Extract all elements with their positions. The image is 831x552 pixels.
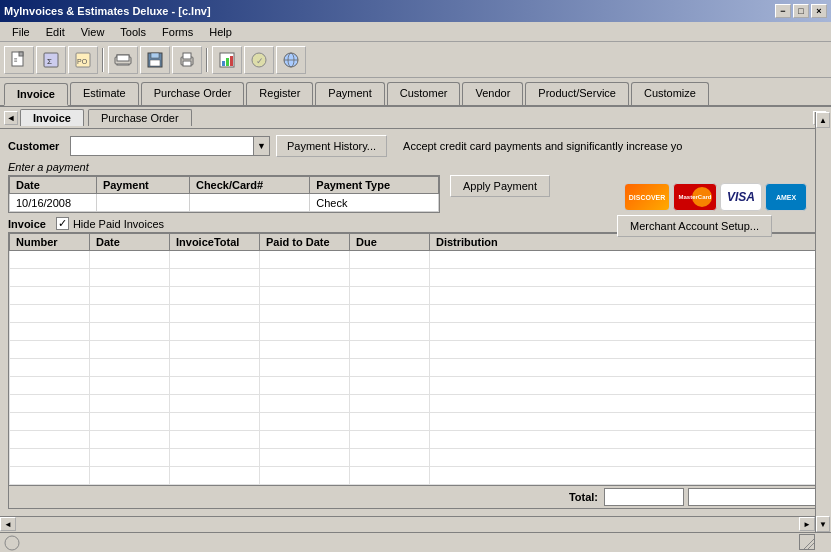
toolbar-calc-btn[interactable]: Σ [36,46,66,74]
col-invoice-total: InvoiceTotal [170,234,260,251]
payment-amount-cell[interactable] [96,194,189,212]
invoice-empty-row-2 [10,269,822,287]
col-number: Number [10,234,90,251]
svg-text:≡: ≡ [14,57,18,63]
svg-rect-19 [230,56,233,66]
enter-payment-label: Enter a payment [8,161,823,173]
col-inv-date: Date [90,234,170,251]
invoice-empty-row-6 [10,341,822,359]
tab-estimate[interactable]: Estimate [70,82,139,105]
hide-paid-label[interactable]: ✓ Hide Paid Invoices [56,217,164,230]
window-controls: − □ × [775,4,827,18]
mastercard-logo: MasterCard [673,183,717,211]
invoice-empty-row-7 [10,359,822,377]
total-value-input[interactable] [604,488,684,506]
payment-row: 10/16/2008 Check [10,194,439,212]
invoice-empty-row-11 [10,431,822,449]
sub-tab-purchase-order[interactable]: Purchase Order [88,109,192,126]
sub-tab-invoice[interactable]: Invoice [20,109,84,126]
invoice-empty-row-10 [10,413,822,431]
toolbar-save-btn[interactable] [140,46,170,74]
vertical-scrollbar[interactable]: ▲ ▼ [815,112,831,532]
payment-history-button[interactable]: Payment History... [276,135,387,157]
col-payment: Payment [96,177,189,194]
sub-tab-prev-arrow[interactable]: ◄ [4,111,18,125]
svg-rect-14 [183,53,191,59]
toolbar-new-btn[interactable]: ≡ [4,46,34,74]
toolbar: ≡ Σ PO ✓ [0,42,831,78]
total-label: Total: [9,491,604,503]
menu-edit[interactable]: Edit [38,24,73,40]
payment-type-cell: Check [310,194,439,212]
horizontal-scrollbar[interactable]: ◄ ► [0,516,815,532]
payment-check-cell[interactable] [189,194,309,212]
merchant-account-setup-button[interactable]: Merchant Account Setup... [617,215,772,237]
scroll-down-arrow[interactable]: ▼ [816,516,830,532]
tab-vendor[interactable]: Vendor [462,82,523,105]
toolbar-chart-btn[interactable] [212,46,242,74]
maximize-button[interactable]: □ [793,4,809,18]
invoice-empty-row-8 [10,377,822,395]
scroll-left-arrow[interactable]: ◄ [0,517,16,531]
tab-customer[interactable]: Customer [387,82,461,105]
close-button[interactable]: × [811,4,827,18]
col-due: Due [350,234,430,251]
discover-logo: DISCOVER [624,183,670,211]
h-scroll-track[interactable] [16,517,799,532]
visa-logo: VISA [720,183,762,211]
invoice-empty-row-3 [10,287,822,305]
col-payment-type: Payment Type [310,177,439,194]
minimize-button[interactable]: − [775,4,791,18]
svg-rect-18 [226,58,229,66]
svg-text:✓: ✓ [256,56,264,66]
menu-tools[interactable]: Tools [112,24,154,40]
toolbar-lightning-btn[interactable]: ✓ [244,46,274,74]
visa-text: VISA [727,190,755,204]
status-icon [4,535,20,551]
total-distribution-input[interactable] [688,488,818,506]
main-tabs: Invoice Estimate Purchase Order Register… [0,78,831,107]
apply-payment-button[interactable]: Apply Payment [450,175,550,197]
scroll-track[interactable] [816,128,831,516]
hide-paid-checkbox[interactable]: ✓ [56,217,69,230]
toolbar-po-btn[interactable]: PO [68,46,98,74]
resize-handle [799,534,815,550]
customer-dropdown-arrow[interactable]: ▼ [253,137,269,155]
tab-customize[interactable]: Customize [631,82,709,105]
app-title: MyInvoices & Estimates Deluxe - [c.Inv] [4,5,211,17]
invoice-empty-row-1 [10,251,822,269]
tab-payment[interactable]: Payment [315,82,384,105]
scroll-right-arrow[interactable]: ► [799,517,815,531]
tab-product-service[interactable]: Product/Service [525,82,629,105]
scroll-up-arrow[interactable]: ▲ [816,112,830,128]
menu-view[interactable]: View [73,24,113,40]
svg-rect-15 [183,61,191,66]
invoice-table: Number Date InvoiceTotal Paid to Date Du… [8,232,823,486]
menu-forms[interactable]: Forms [154,24,201,40]
invoice-section: Invoice ✓ Hide Paid Invoices Number Date… [8,217,823,509]
sub-tab-bar: ◄ Invoice Purchase Order ► [0,107,831,129]
title-bar: MyInvoices & Estimates Deluxe - [c.Inv] … [0,0,831,22]
tab-invoice[interactable]: Invoice [4,83,68,106]
menu-help[interactable]: Help [201,24,240,40]
toolbar-print-btn[interactable] [172,46,202,74]
svg-rect-1 [19,52,23,56]
status-bar [0,532,831,552]
customer-input[interactable] [71,137,253,155]
discover-text: DISCOVER [629,194,666,201]
svg-rect-12 [150,60,160,66]
toolbar-web-btn[interactable] [276,46,306,74]
amex-text: AMEX [776,194,796,201]
customer-row: Customer ▼ Payment History... Accept cre… [8,135,823,157]
total-row: Total: [8,486,823,509]
tab-purchase-order[interactable]: Purchase Order [141,82,245,105]
invoice-empty-row-13 [10,467,822,485]
tab-register[interactable]: Register [246,82,313,105]
svg-rect-11 [151,53,159,58]
invoice-empty-row-4 [10,305,822,323]
menu-file[interactable]: File [4,24,38,40]
svg-text:Σ: Σ [47,57,52,66]
toolbar-print-preview-btn[interactable] [108,46,138,74]
customer-combo[interactable]: ▼ [70,136,270,156]
svg-rect-9 [117,55,129,61]
